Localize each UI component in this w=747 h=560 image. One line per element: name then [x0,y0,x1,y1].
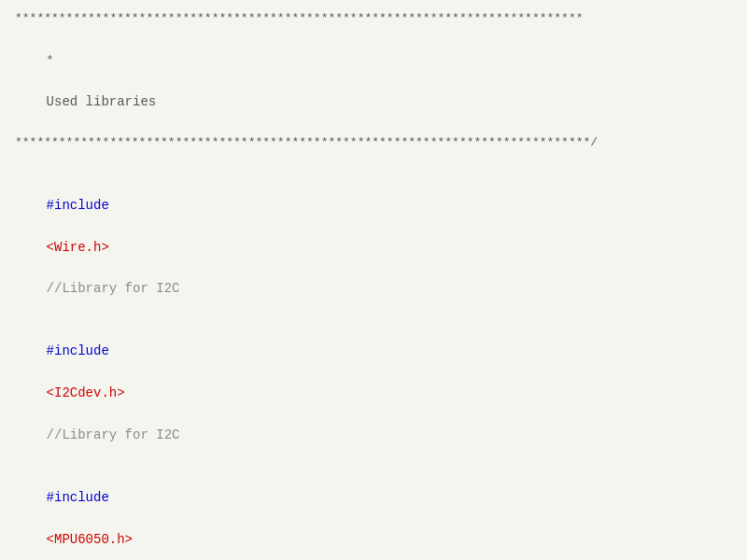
star-left: * [47,53,54,67]
header-file-2: <I2Cdev.h> [47,385,125,400]
header-file-1: <Wire.h> [47,240,109,255]
comment-i2cdev: //Library for I2C [47,427,180,442]
header-file-3: <MPU6050.h> [47,532,133,547]
include-i2cdev: #include <I2Cdev.h> //Library for I2C [15,320,732,467]
include-directive-2: #include [47,343,109,358]
divider-top: ****************************************… [15,9,732,29]
include-directive-1: #include [47,198,109,213]
section-title-text: Used libraries [47,94,157,109]
code-block: ****************************************… [15,9,732,560]
divider-star-line: * Used libraries [15,29,732,133]
include-mpu6050: #include <MPU6050.h> //Library for MPU60… [15,467,732,560]
divider-bottom: ****************************************… [15,133,732,153]
include-wire: #include <Wire.h> //Library for I2C [15,174,732,320]
comment-wire: //Library for I2C [47,281,180,296]
include-directive-3: #include [47,490,109,505]
